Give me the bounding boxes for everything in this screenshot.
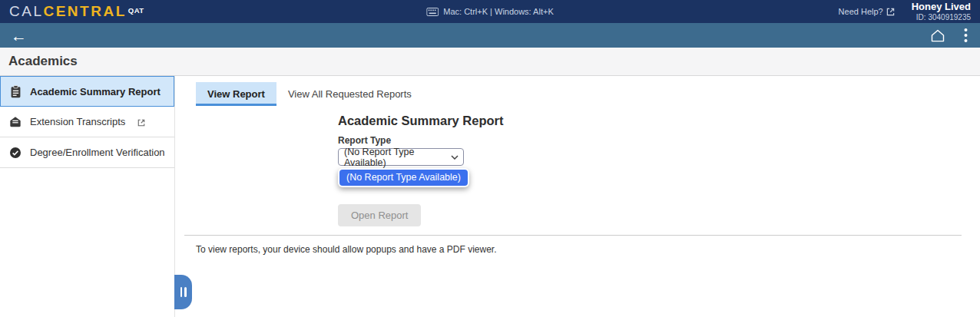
content-divider [184, 235, 962, 236]
sidebar-item-label: Degree/Enrollment Verification [30, 147, 165, 158]
handle-bar [184, 287, 187, 297]
keyboard-shortcut-hint: Mac: Ctrl+K | Windows: Alt+K [426, 7, 553, 16]
envelope-open-text-icon [9, 116, 22, 128]
sidebar-item-label: Academic Summary Report [30, 86, 161, 97]
sidebar: Academic Summary Report Extension Transc… [0, 76, 175, 317]
report-type-select-wrap: (No Report Type Available) (No Report Ty… [338, 148, 464, 166]
user-id: ID: 3040919235 [912, 13, 971, 22]
page-title: Academics [8, 54, 78, 69]
page-title-bar: Academics [0, 48, 980, 76]
clipboard-icon [10, 85, 22, 98]
external-link-icon [886, 8, 895, 16]
handle-bar [180, 287, 183, 297]
secondary-nav-bar: ← [0, 23, 980, 48]
tab-bar: View Report View All Requested Reports [196, 82, 980, 106]
user-profile: Honey Lived ID: 3040919235 [912, 2, 971, 21]
logo-environment-tag: QAT [128, 6, 144, 15]
tab-view-all-requested-reports[interactable]: View All Requested Reports [276, 82, 423, 106]
back-arrow-icon[interactable]: ← [8, 28, 30, 44]
main-content: View Report View All Requested Reports A… [175, 76, 980, 317]
check-circle-icon [9, 147, 22, 159]
tab-label: View Report [207, 88, 265, 100]
report-type-label: Report Type [338, 135, 980, 146]
sidebar-item-degree-enrollment-verification[interactable]: Degree/Enrollment Verification [0, 137, 174, 168]
keyboard-icon [426, 8, 439, 16]
popup-pdf-note: To view reports, your device should allo… [196, 244, 980, 255]
top-bar: CALCENTRALQAT Mac: Ctrl+K | Windows: Alt… [0, 0, 980, 23]
shortcut-hint-text: Mac: Ctrl+K | Windows: Alt+K [443, 7, 553, 16]
logo-central: CENTRAL [43, 3, 126, 20]
need-help-link[interactable]: Need Help? [839, 7, 895, 16]
chevron-down-icon [451, 155, 459, 160]
calcentral-logo[interactable]: CALCENTRALQAT [9, 3, 144, 20]
logo-cal: CAL [9, 3, 43, 20]
tab-label: View All Requested Reports [288, 88, 412, 100]
tab-view-report[interactable]: View Report [196, 82, 276, 106]
open-report-button[interactable]: Open Report [338, 204, 421, 226]
need-help-label: Need Help? [839, 7, 883, 16]
report-type-select[interactable]: (No Report Type Available) [338, 148, 464, 166]
body: Academic Summary Report Extension Transc… [0, 76, 980, 317]
sidebar-collapse-handle[interactable] [174, 275, 192, 309]
external-link-icon [137, 119, 145, 127]
dropdown-option[interactable]: (No Report Type Available) [339, 170, 468, 186]
sidebar-item-extension-transcripts[interactable]: Extension Transcripts [0, 107, 174, 137]
sidebar-item-academic-summary-report[interactable]: Academic Summary Report [0, 76, 174, 107]
kebab-menu-icon[interactable] [964, 28, 968, 43]
report-type-dropdown: (No Report Type Available) [338, 168, 469, 187]
content-heading: Academic Summary Report [338, 114, 980, 128]
select-value: (No Report Type Available) [344, 147, 451, 168]
user-name: Honey Lived [912, 2, 971, 13]
home-icon[interactable] [930, 28, 945, 43]
sidebar-item-label: Extension Transcripts [30, 116, 125, 127]
report-form: Academic Summary Report Report Type (No … [338, 114, 980, 226]
